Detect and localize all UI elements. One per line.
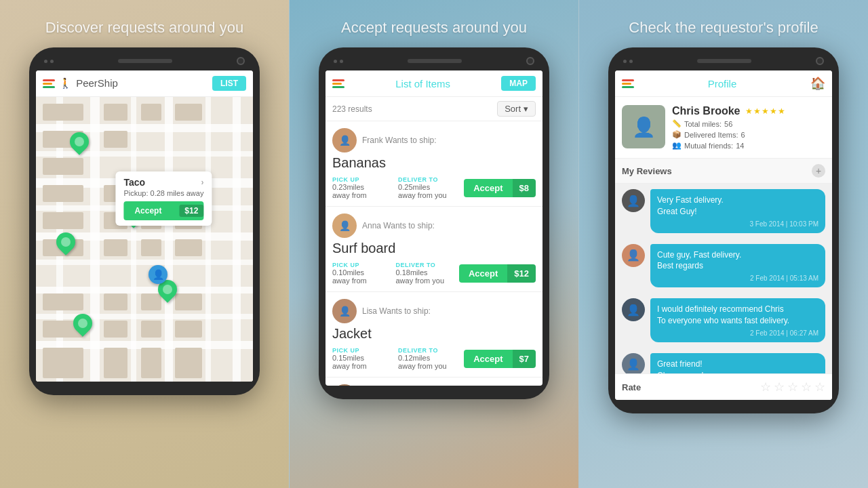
- review-bubble-4: Great friend!Cheers man!: [650, 353, 825, 373]
- logo-bar-green-2: [332, 86, 344, 88]
- phone-camera-2: [526, 57, 534, 65]
- deliver-sub-2: away from you: [395, 277, 453, 285]
- map-view[interactable]: 👤 Taco › Pickup: 0.28 miles away Accept …: [36, 97, 253, 382]
- item-details-1: PICK UP 0.23miles away from DELIVER TO 0…: [332, 176, 536, 199]
- panel-profile: Check the requestor's profile Prof: [579, 0, 868, 488]
- phone-speaker-2: [408, 59, 462, 63]
- pickup-col-2: PICK UP 0.10miles away from: [332, 262, 390, 285]
- accept-label: Accept: [123, 206, 161, 216]
- tagline-1: Discover requests around you: [45, 19, 243, 37]
- list-button[interactable]: LIST: [212, 76, 246, 91]
- logo-bar-orange: [43, 83, 52, 85]
- phone-1: 🚶 PeerShip LIST: [29, 47, 260, 395]
- requester-2: Anna Wants to ship:: [362, 221, 435, 230]
- deliver-label-3: DELIVER TO: [398, 347, 458, 354]
- svg-rect-44: [104, 348, 127, 378]
- deliver-sub-3: away from you: [398, 362, 458, 370]
- svg-rect-46: [175, 348, 202, 378]
- svg-rect-22: [175, 104, 202, 121]
- pickup-col-3: PICK UP 0.15miles away from: [332, 347, 393, 370]
- total-miles-stat: 📏 Total miles: 56: [672, 119, 825, 128]
- item-name-3: Jacket: [332, 326, 536, 342]
- logo-bar-orange-3: [622, 83, 631, 85]
- phone-dots-1: [44, 60, 54, 63]
- review-item-2: 👤 Cute guy, Fast delivery.Best regards 2…: [615, 239, 832, 293]
- deliver-dist-3: 0.12miles: [398, 354, 458, 362]
- home-icon[interactable]: 🏠: [810, 76, 825, 91]
- star-3: ★: [762, 106, 769, 116]
- avatar-anna: 👤: [332, 214, 357, 238]
- reviews-title: My Reviews: [622, 166, 672, 176]
- accept-button-map[interactable]: Accept $12: [123, 201, 203, 220]
- logo-bar-red-3: [622, 79, 634, 81]
- phone-3: Profile 🏠 👤 Chris Brooke ★ ★ ★ ★: [608, 47, 839, 413]
- rate-star-2[interactable]: ☆: [774, 380, 785, 394]
- svg-rect-43: [43, 348, 83, 378]
- rate-star-3[interactable]: ☆: [787, 380, 798, 394]
- review-item-3: 👤 I would definitely recommend ChrisTo e…: [615, 293, 832, 348]
- price-button-1[interactable]: $8: [513, 179, 536, 197]
- user-pin: 👤: [149, 265, 167, 284]
- svg-rect-6: [36, 260, 253, 265]
- phone-dot: [44, 60, 47, 63]
- reviewer-avatar-4: 👤: [622, 353, 645, 373]
- add-review-button[interactable]: +: [812, 164, 825, 178]
- svg-rect-36: [104, 293, 127, 310]
- svg-rect-16: [43, 104, 83, 121]
- svg-rect-33: [141, 239, 161, 256]
- phone-top-2: [326, 57, 542, 70]
- price-button-3[interactable]: $7: [513, 350, 536, 368]
- pin-inner: [163, 285, 172, 294]
- pin-inner: [61, 237, 71, 247]
- rate-star-5[interactable]: ☆: [814, 380, 825, 394]
- review-date-1: 3 Feb 2014 | 10:03 PM: [657, 220, 818, 228]
- phone-2: List of Items MAP 223 results Sort ▾ 👤: [319, 47, 549, 399]
- mutual-label: Mutual friends:: [684, 142, 733, 150]
- list-item: 👤 Anna Wants to ship: Surf board PICK UP…: [326, 207, 542, 292]
- reviewer-avatar-1: 👤: [622, 189, 645, 212]
- logo-bar-green: [43, 86, 55, 88]
- price-badge: $12: [179, 205, 203, 217]
- phone-camera-1: [237, 57, 245, 65]
- review-text-4: Great friend!Cheers man!: [657, 359, 818, 373]
- profile-avatar: 👤: [622, 105, 665, 148]
- pickup-label-3: PICK UP: [332, 347, 393, 354]
- reviews-header: My Reviews +: [615, 159, 832, 184]
- item-details-2: PICK UP 0.10miles away from DELIVER TO 0…: [332, 262, 536, 285]
- map-popup[interactable]: Taco › Pickup: 0.28 miles away Accept $1…: [115, 171, 212, 226]
- sort-button[interactable]: Sort ▾: [497, 101, 536, 117]
- svg-rect-34: [175, 239, 202, 256]
- accept-button-3[interactable]: Accept: [464, 350, 512, 368]
- phone-dot: [623, 60, 627, 63]
- price-button-2[interactable]: $12: [507, 264, 536, 283]
- svg-rect-8: [36, 314, 253, 319]
- rate-stars[interactable]: ☆ ☆ ☆ ☆ ☆: [760, 380, 825, 394]
- accept-button-2[interactable]: Accept: [459, 264, 507, 283]
- rate-star-1[interactable]: ☆: [760, 380, 771, 394]
- pin-inner: [75, 137, 84, 146]
- box-icon: 📦: [672, 130, 682, 139]
- svg-rect-12: [131, 97, 136, 382]
- star-2: ★: [753, 106, 761, 116]
- reviewer-avatar-3: 👤: [622, 298, 645, 321]
- item-header-1: 👤 Frank Wants to ship:: [332, 128, 536, 152]
- results-count: 223 results: [332, 104, 492, 114]
- reviews-list[interactable]: 👤 Very Fast delivery.Great Guy! 3 Feb 20…: [615, 184, 832, 373]
- review-bubble-3: I would definitely recommend ChrisTo eve…: [650, 298, 825, 342]
- deliver-col-3: DELIVER TO 0.12miles away from you: [398, 347, 458, 370]
- items-list[interactable]: 👤 Frank Wants to ship: Bananas PICK UP 0…: [326, 121, 542, 386]
- pickup-sub-3: away from: [332, 362, 393, 370]
- profile-name-row: Chris Brooke ★ ★ ★ ★ ★: [672, 105, 825, 117]
- reviewer-icon-2: 👤: [622, 244, 645, 267]
- phone-top-1: [36, 57, 253, 70]
- map-button[interactable]: MAP: [501, 76, 536, 91]
- avatar-john: 👤: [332, 384, 357, 386]
- person-icon: 👤: [332, 214, 357, 238]
- accept-button-1[interactable]: Accept: [464, 179, 512, 197]
- rate-star-4[interactable]: ☆: [801, 380, 812, 394]
- review-text-3: I would definitely recommend ChrisTo eve…: [657, 304, 818, 327]
- rate-label: Rate: [622, 382, 641, 392]
- star-1: ★: [745, 106, 753, 116]
- svg-rect-18: [43, 158, 83, 175]
- person-icon: 👤: [332, 299, 357, 323]
